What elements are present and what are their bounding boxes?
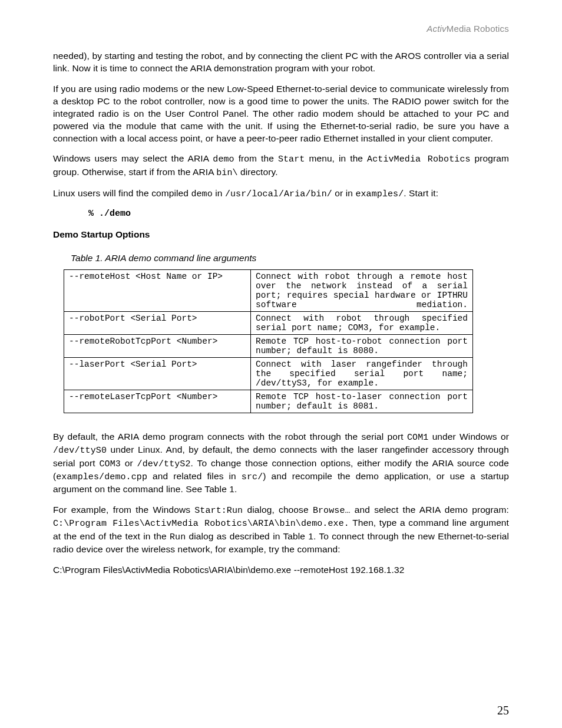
- code: src/: [242, 472, 263, 482]
- code: Start:Run: [194, 506, 243, 516]
- code: ActivMedia Robotics: [367, 154, 471, 164]
- paragraph-2: If you are using radio modems or the new…: [53, 83, 509, 145]
- code: Start: [278, 154, 305, 164]
- text: Windows users may select the ARIA: [53, 153, 213, 163]
- text: and select the ARIA demo program:: [351, 505, 509, 515]
- code: examples/: [355, 189, 404, 199]
- text: under Windows or: [428, 431, 509, 442]
- text: Linux users will find the compiled: [53, 188, 191, 198]
- table-row: --remoteRobotTcpPort <Number> Remote TCP…: [64, 335, 473, 358]
- page-number: 25: [497, 704, 509, 717]
- page-header: ActivMedia Robotics: [53, 24, 509, 34]
- code: C:\Program Files\ActivMedia Robotics\ARI…: [53, 519, 349, 529]
- text: For example, from the Windows: [53, 505, 194, 515]
- header-brand-rest: Media Robotics: [447, 24, 509, 34]
- table-row: --remoteLaserTcpPort <Number> Remote TCP…: [64, 390, 473, 413]
- arg-option: --remoteRobotTcpPort <Number>: [64, 335, 251, 358]
- paragraph-3: Windows users may select the ARIA demo f…: [53, 153, 509, 179]
- table-caption: Table 1. ARIA demo command line argument…: [71, 253, 509, 263]
- arg-option: --laserPort <Serial Port>: [64, 358, 251, 390]
- arg-desc: Connect with laser rangefinder through t…: [251, 358, 473, 390]
- table-row: --laserPort <Serial Port> Connect with l…: [64, 358, 473, 390]
- text: dialog, choose: [243, 505, 313, 515]
- command-line: % ./demo: [88, 209, 509, 219]
- code: Browse…: [313, 506, 351, 516]
- text: or: [121, 458, 137, 468]
- paragraph-4: Linux users will find the compiled demo …: [53, 187, 509, 200]
- arg-option: --robotPort <Serial Port>: [64, 312, 251, 335]
- text: . Start it:: [404, 188, 438, 198]
- document-page: ActivMedia Robotics needed), by starting…: [0, 0, 562, 728]
- code: examples/demo.cpp: [56, 472, 147, 482]
- text: and related files in: [147, 471, 242, 481]
- code: demo: [213, 154, 234, 164]
- paragraph-1: needed), by starting and testing the rob…: [53, 50, 509, 75]
- code: COM1: [407, 433, 428, 443]
- paragraph-5: By default, the ARIA demo program connec…: [53, 431, 509, 496]
- arg-option: --remoteLaserTcpPort <Number>: [64, 390, 251, 413]
- text: directory.: [238, 167, 278, 177]
- arg-desc: Connect with robot through specified ser…: [251, 312, 473, 335]
- code: COM3: [99, 459, 120, 469]
- text: menu, in the: [305, 153, 367, 163]
- arg-desc: Remote TCP host-to-laser connection port…: [251, 390, 473, 413]
- arguments-table: --remoteHost <Host Name or IP> Connect w…: [64, 269, 473, 413]
- arg-option: --remoteHost <Host Name or IP>: [64, 270, 251, 312]
- paragraph-6: For example, from the Windows Start:Run …: [53, 504, 509, 556]
- text: By default, the ARIA demo program connec…: [53, 431, 407, 442]
- code: demo: [191, 189, 212, 199]
- paragraph-7: C:\Program Files\ActivMedia Robotics\ARI…: [53, 564, 509, 577]
- text: or in: [332, 188, 355, 198]
- text: from the: [234, 153, 278, 163]
- code: /dev/ttyS2: [137, 459, 191, 469]
- header-brand-italic: Activ: [427, 24, 447, 34]
- table-row: --remoteHost <Host Name or IP> Connect w…: [64, 270, 473, 312]
- code: Run: [170, 532, 186, 542]
- code: /usr/local/Aria/bin/: [225, 189, 332, 199]
- section-heading: Demo Startup Options: [53, 229, 509, 240]
- table-row: --robotPort <Serial Port> Connect with r…: [64, 312, 473, 335]
- code: bin\: [216, 168, 237, 178]
- arg-desc: Remote TCP host-to-robot connection port…: [251, 335, 473, 358]
- code: /dev/ttyS0: [53, 446, 107, 456]
- arg-desc: Connect with robot through a remote host…: [251, 270, 473, 312]
- text: in: [213, 188, 225, 198]
